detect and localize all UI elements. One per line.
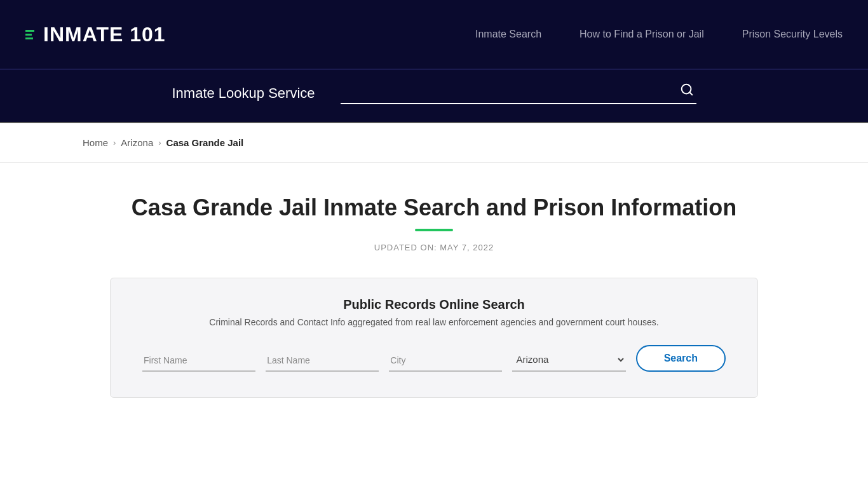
lookup-label: Inmate Lookup Service [172,85,315,102]
public-records-box: Public Records Online Search Criminal Re… [110,278,758,398]
top-navigation: INMATE 101 Inmate Search How to Find a P… [0,0,868,70]
page-title-section: Casa Grande Jail Inmate Search and Priso… [110,194,758,252]
main-content: Casa Grande Jail Inmate Search and Priso… [85,163,783,423]
breadcrumb-home[interactable]: Home [83,137,108,148]
nav-inmate-search[interactable]: Inmate Search [475,29,541,39]
svg-line-1 [689,92,692,95]
breadcrumb-state[interactable]: Arizona [121,137,153,148]
lookup-search-section: Inmate Lookup Service [0,70,868,123]
site-logo[interactable]: INMATE 101 [25,23,166,46]
search-icon [680,83,694,97]
first-name-field [142,349,255,372]
public-records-description: Criminal Records and Contact Info aggreg… [142,317,726,327]
breadcrumb-chevron-2: › [158,138,161,147]
public-records-title: Public Records Online Search [142,297,726,312]
search-button[interactable]: Search [636,345,726,372]
breadcrumb: Home › Arizona › Casa Grande Jail [0,123,868,162]
page-title: Casa Grande Jail Inmate Search and Priso… [110,194,758,221]
logo-text: INMATE 101 [43,23,166,46]
title-underline [415,229,453,231]
state-field: AlabamaAlaskaArizonaArkansasCaliforniaCo… [512,348,625,372]
state-select[interactable]: AlabamaAlaskaArizonaArkansasCaliforniaCo… [512,348,625,372]
search-input-wrap [341,83,696,104]
first-name-input[interactable] [142,349,255,372]
lookup-search-input[interactable] [341,86,677,97]
logo-bars-icon [25,30,34,39]
public-records-form: AlabamaAlaskaArizonaArkansasCaliforniaCo… [142,345,726,372]
nav-links: Inmate Search How to Find a Prison or Ja… [475,29,843,40]
updated-date: UPDATED ON: MAY 7, 2022 [110,243,758,252]
nav-find-prison[interactable]: How to Find a Prison or Jail [580,29,704,39]
nav-security-levels[interactable]: Prison Security Levels [742,29,843,39]
city-field [389,349,502,372]
last-name-field [266,349,379,372]
city-input[interactable] [389,349,502,372]
lookup-search-button[interactable] [677,83,696,100]
breadcrumb-current: Casa Grande Jail [166,137,244,148]
breadcrumb-chevron-1: › [113,138,116,147]
last-name-input[interactable] [266,349,379,372]
